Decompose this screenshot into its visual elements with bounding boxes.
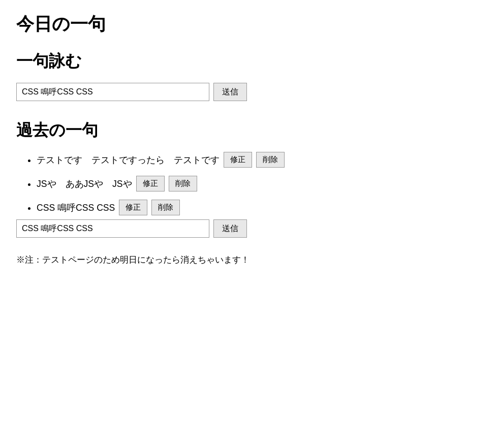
list-item: CSS 鳴呼CSS CSS 修正 削除 送信 bbox=[37, 200, 482, 238]
list-item: JSや ああJSや JSや 修正 削除 bbox=[37, 176, 482, 191]
edit-button-2[interactable]: 修正 bbox=[136, 176, 165, 191]
past-section: 過去の一句 テストです テストですったら テストです 修正 削除 JSや ああJ… bbox=[16, 119, 482, 238]
edit-input-3[interactable] bbox=[16, 219, 209, 238]
edit-row-3: 送信 bbox=[16, 219, 482, 238]
delete-button-3[interactable]: 削除 bbox=[151, 200, 180, 215]
compose-input-row: 送信 bbox=[16, 83, 482, 101]
edit-button-3[interactable]: 修正 bbox=[119, 200, 147, 215]
compose-section-title: 一句詠む bbox=[16, 50, 482, 73]
list-item: テストです テストですったら テストです 修正 削除 bbox=[37, 152, 482, 168]
list-item-text: JSや ああJSや JSや bbox=[37, 178, 132, 190]
delete-button-1[interactable]: 削除 bbox=[256, 152, 285, 168]
notice-text: ※注：テストページのため明日になったら消えちゃいます！ bbox=[16, 254, 482, 266]
page-title: 今日の一句 bbox=[16, 12, 482, 36]
list-item-text: CSS 鳴呼CSS CSS bbox=[37, 202, 115, 214]
edit-button-1[interactable]: 修正 bbox=[224, 152, 252, 168]
haiku-list: テストです テストですったら テストです 修正 削除 JSや ああJSや JSや… bbox=[16, 152, 482, 238]
compose-input[interactable] bbox=[16, 83, 209, 101]
list-item-row: CSS 鳴呼CSS CSS 修正 削除 bbox=[37, 200, 482, 215]
compose-submit-button[interactable]: 送信 bbox=[213, 83, 247, 101]
delete-button-2[interactable]: 削除 bbox=[169, 176, 197, 191]
list-item-row: テストです テストですったら テストです 修正 削除 bbox=[37, 152, 482, 168]
compose-section: 一句詠む 送信 bbox=[16, 50, 482, 101]
list-item-row: JSや ああJSや JSや 修正 削除 bbox=[37, 176, 482, 191]
edit-submit-button-3[interactable]: 送信 bbox=[213, 219, 247, 238]
list-item-text: テストです テストですったら テストです bbox=[37, 154, 220, 166]
past-section-title: 過去の一句 bbox=[16, 119, 482, 142]
